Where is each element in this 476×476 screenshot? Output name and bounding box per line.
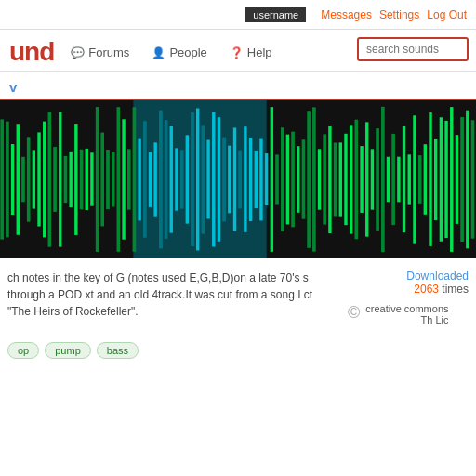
messages-link[interactable]: Messages <box>321 8 372 21</box>
main-nav: und Forums People Help <box>0 30 476 72</box>
cc-icon: © <box>348 303 360 323</box>
top-bar: username Messages Settings Log Out <box>0 0 476 30</box>
tag-item[interactable]: op <box>7 342 39 359</box>
page-title-bar: v <box>0 72 476 100</box>
tag-item[interactable]: pump <box>45 342 91 359</box>
search-box-wrap <box>357 37 469 61</box>
waveform-container <box>0 100 476 258</box>
downloaded-label: Downloaded <box>348 270 469 283</box>
tags-row: oppumpbass <box>0 337 476 368</box>
people-label: People <box>169 46 206 60</box>
help-icon <box>230 46 244 60</box>
search-input[interactable] <box>357 37 469 61</box>
settings-link[interactable]: Settings <box>379 8 419 21</box>
content-area: ch notes in the key of G (notes used E,G… <box>0 258 476 337</box>
track-description: ch notes in the key of G (notes used E,G… <box>7 270 337 325</box>
nav-forums[interactable]: Forums <box>67 38 133 67</box>
license-text: Th Lic <box>365 314 448 325</box>
site-logo: und <box>0 33 63 71</box>
tag-item[interactable]: bass <box>97 342 139 359</box>
logout-link[interactable]: Log Out <box>427 8 467 21</box>
side-info: Downloaded 2063 times © creative commons… <box>348 270 469 325</box>
nav-people[interactable]: People <box>148 38 210 67</box>
cc-text: creative commons Th Lic <box>365 303 448 325</box>
waveform-canvas <box>0 100 476 258</box>
forums-label: Forums <box>88 46 129 60</box>
username-display: username <box>245 7 306 22</box>
times-label: times <box>442 283 469 296</box>
cc-label: creative commons <box>365 303 448 314</box>
forum-icon <box>71 46 85 60</box>
nav-help[interactable]: Help <box>226 38 276 67</box>
help-label: Help <box>247 46 272 60</box>
cc-area: © creative commons Th Lic <box>348 303 469 325</box>
page-title: v <box>9 79 467 95</box>
download-count: 2063 <box>414 283 439 296</box>
people-icon <box>152 46 165 60</box>
